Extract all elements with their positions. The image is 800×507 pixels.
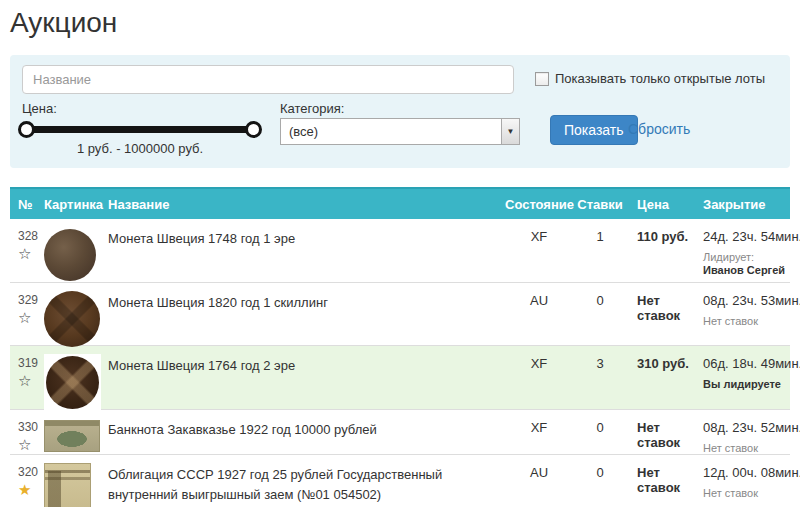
lot-number: 330 (18, 420, 40, 434)
category-select[interactable]: (все) ▼ (280, 118, 520, 145)
category-label: Категория: (280, 101, 344, 116)
favorite-star-icon[interactable]: ☆ (18, 437, 34, 452)
header-price: Цена (627, 197, 703, 212)
lot-number: 329 (18, 293, 40, 307)
lot-bids: 1 (573, 219, 627, 282)
lot-price: Нет ставок (627, 283, 703, 345)
table-header-row: № Картинка Название Состояние Ставки Цен… (10, 187, 790, 219)
lot-title[interactable]: Монета Швеция 1764 год 2 эре (108, 356, 493, 376)
table-row[interactable]: 330 ☆ Банкнота Закавказье 1922 год 10000… (10, 410, 790, 455)
category-selected-value: (все) (289, 124, 318, 139)
lot-price: Нет ставок (627, 410, 703, 454)
table-row[interactable]: 319 ☆ Монета Швеция 1764 год 2 эре XF 3 … (10, 346, 790, 410)
lot-image[interactable] (44, 291, 100, 347)
header-number: № (10, 197, 40, 212)
closing-time: 08д. 23ч. 53мин. (703, 293, 790, 308)
closing-note: Нет ставок (703, 315, 790, 327)
lot-title[interactable]: Банкнота Закавказье 1922 год 10000 рубле… (108, 420, 493, 440)
lot-title[interactable]: Монета Швеция 1748 год 1 эре (108, 229, 493, 249)
page-title: Аукцион (10, 7, 800, 39)
favorite-star-icon[interactable]: ☆ (18, 310, 34, 325)
lot-image[interactable] (44, 229, 96, 281)
price-range-text: 1 руб. - 1000000 руб. (22, 141, 258, 156)
favorite-star-icon[interactable]: ☆ (18, 373, 34, 388)
table-row[interactable]: 329 ☆ Монета Швеция 1820 год 1 скиллинг … (10, 283, 790, 346)
closing-time: 24д. 23ч. 54мин. (703, 229, 790, 244)
search-input[interactable] (22, 65, 514, 94)
table-row[interactable]: 320 ★ Облигация СССР 1927 год 25 рублей … (10, 455, 790, 507)
price-slider-max-handle[interactable] (245, 121, 262, 138)
closing-time: 08д. 23ч. 52мин. (703, 420, 790, 435)
lot-image[interactable] (44, 354, 101, 411)
header-title: Название (105, 197, 505, 212)
lot-image[interactable] (44, 463, 91, 507)
lot-bids: 0 (573, 410, 627, 454)
lot-title[interactable]: Облигация СССР 1927 год 25 рублей Госуда… (108, 465, 493, 504)
lot-title[interactable]: Монета Швеция 1820 год 1 скиллинг (108, 293, 493, 313)
price-slider[interactable] (26, 126, 254, 133)
closing-note: Лидирует: (703, 251, 790, 263)
favorite-star-icon[interactable]: ☆ (18, 246, 34, 261)
header-closing: Закрытие (703, 197, 790, 212)
lot-price: 110 руб. (627, 219, 703, 282)
closing-time: 12д. 00ч. 08мин. (703, 465, 790, 480)
closing-leader: Вы лидируете (703, 378, 790, 390)
lots-table: № Картинка Название Состояние Ставки Цен… (10, 187, 790, 507)
lot-bids: 0 (573, 283, 627, 345)
favorite-star-icon[interactable]: ★ (18, 482, 34, 497)
open-lots-label: Показывать только открытые лоты (555, 71, 765, 86)
lot-bids: 0 (573, 455, 627, 507)
lot-price: Нет ставок (627, 455, 703, 507)
lot-price: 310 руб. (627, 346, 703, 409)
closing-note: Нет ставок (703, 442, 790, 454)
lot-condition: XF (505, 219, 573, 282)
show-button[interactable]: Показать (550, 115, 638, 145)
lot-condition: AU (505, 283, 573, 345)
header-condition: Состояние (505, 197, 573, 212)
closing-time: 06д. 18ч. 49мин. (703, 356, 790, 371)
lot-number: 320 (18, 465, 40, 479)
open-lots-checkbox-group[interactable]: Показывать только открытые лоты (535, 71, 765, 86)
price-slider-min-handle[interactable] (18, 121, 35, 138)
lot-number: 328 (18, 229, 40, 243)
header-image: Картинка (40, 197, 105, 212)
lot-condition: XF (505, 346, 573, 409)
filter-panel: Показывать только открытые лоты Цена: 1 … (10, 55, 790, 168)
lot-condition: AU (505, 455, 573, 507)
lot-image[interactable] (44, 420, 100, 452)
header-bids: Ставки (573, 197, 627, 212)
table-body: 328 ☆ Монета Швеция 1748 год 1 эре XF 1 … (10, 219, 790, 507)
table-row[interactable]: 328 ☆ Монета Швеция 1748 год 1 эре XF 1 … (10, 219, 790, 283)
lot-number: 319 (18, 356, 40, 370)
price-label: Цена: (22, 101, 57, 116)
lot-condition: XF (505, 410, 573, 454)
reset-link[interactable]: Сбросить (628, 121, 690, 137)
closing-leader: Иванов Сергей (703, 264, 790, 276)
closing-note: Нет ставок (703, 487, 790, 499)
chevron-down-icon: ▼ (501, 119, 519, 144)
open-lots-checkbox[interactable] (535, 72, 549, 86)
lot-bids: 3 (573, 346, 627, 409)
